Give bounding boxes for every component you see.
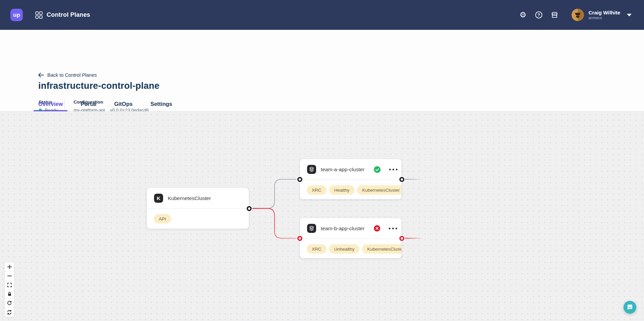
user-name: Craig Wilhite (588, 10, 620, 16)
handle-team-a-target[interactable] (297, 177, 302, 182)
chat-bubble-icon (627, 304, 633, 311)
node-team-a-app-cluster[interactable]: team-a-app-cluster XRC Healthy Kubernete… (300, 159, 402, 199)
badge-xrc: XRC (307, 244, 327, 254)
node-menu-button[interactable] (389, 228, 397, 230)
node-title: team-b-app-cluster (321, 226, 364, 232)
user-org: acmeco (588, 16, 620, 20)
badge-api: API (154, 214, 171, 223)
back-link-label: Back to Control Planes (47, 72, 97, 78)
node-menu-button[interactable] (389, 169, 398, 171)
app-title: Control Planes (47, 11, 90, 18)
back-to-control-planes-link[interactable]: Back to Control Planes (38, 72, 97, 78)
chevron-down-icon[interactable] (627, 14, 632, 16)
tab-overview[interactable]: Overview (34, 97, 67, 111)
user-avatar[interactable] (572, 9, 584, 21)
tab-gitops[interactable]: GitOps (109, 97, 137, 111)
settings-gear-icon[interactable]: ⚙ (519, 11, 527, 19)
edge-k8s-to-team-b (249, 208, 300, 238)
zoom-out-button[interactable] (5, 271, 14, 280)
badge-xrc: XRC (307, 185, 327, 195)
node-team-b-app-cluster[interactable]: team-b-app-cluster XRC Unhealthy Kuberne… (300, 218, 402, 258)
page-title: infrastructure-control-plane (38, 81, 159, 91)
zoom-in-button[interactable] (5, 262, 14, 271)
tab-portal[interactable]: Portal (76, 97, 101, 111)
unhealthy-x-icon (374, 225, 380, 232)
lock-button[interactable] (5, 290, 14, 299)
marketplace-storefront-icon[interactable] (550, 11, 558, 19)
badge-kubernetescluster: KubernetesCluster (357, 185, 402, 195)
layers-icon (307, 165, 316, 174)
handle-team-b-target[interactable] (297, 236, 302, 241)
k8s-letter-icon: K (154, 194, 163, 203)
tab-settings[interactable]: Settings (146, 97, 177, 111)
help-icon[interactable]: ? (535, 11, 543, 19)
fit-view-button[interactable] (5, 280, 14, 290)
tab-bar: Overview Portal GitOps Settings (34, 97, 185, 111)
logo-text: up (13, 12, 20, 18)
rotate-button[interactable] (5, 299, 14, 308)
arrow-left-icon (38, 72, 44, 78)
grid-icon (35, 11, 43, 19)
node-title: team-a-app-cluster (321, 167, 364, 173)
node-title: KubernetesCluster (168, 195, 211, 201)
healthy-check-icon (374, 166, 381, 173)
resource-graph-canvas[interactable]: K KubernetesCluster API team-a-app-clust… (0, 111, 644, 321)
edges-layer (0, 112, 644, 321)
chat-launcher-button[interactable] (624, 301, 636, 314)
top-navbar: up Control Planes ⚙ ? (0, 0, 644, 30)
upbound-logo[interactable]: up (10, 9, 23, 21)
handle-team-b-source[interactable] (399, 236, 404, 241)
node-kubernetescluster[interactable]: K KubernetesCluster API (147, 188, 249, 229)
refresh-sync-button[interactable] (5, 308, 14, 317)
badge-unhealthy: Unhealthy (329, 244, 360, 254)
badge-kubernetescluster: KubernetesCluster (362, 244, 402, 254)
canvas-controls (5, 262, 14, 317)
handle-k8s-source[interactable] (247, 206, 252, 211)
badge-healthy: Healthy (329, 185, 355, 195)
page-header: Back to Control Planes infrastructure-co… (0, 30, 644, 111)
layers-icon (307, 224, 316, 233)
edge-k8s-to-team-a (249, 179, 300, 208)
user-menu[interactable]: Craig Wilhite acmeco (588, 10, 620, 20)
handle-team-a-source[interactable] (399, 177, 404, 182)
